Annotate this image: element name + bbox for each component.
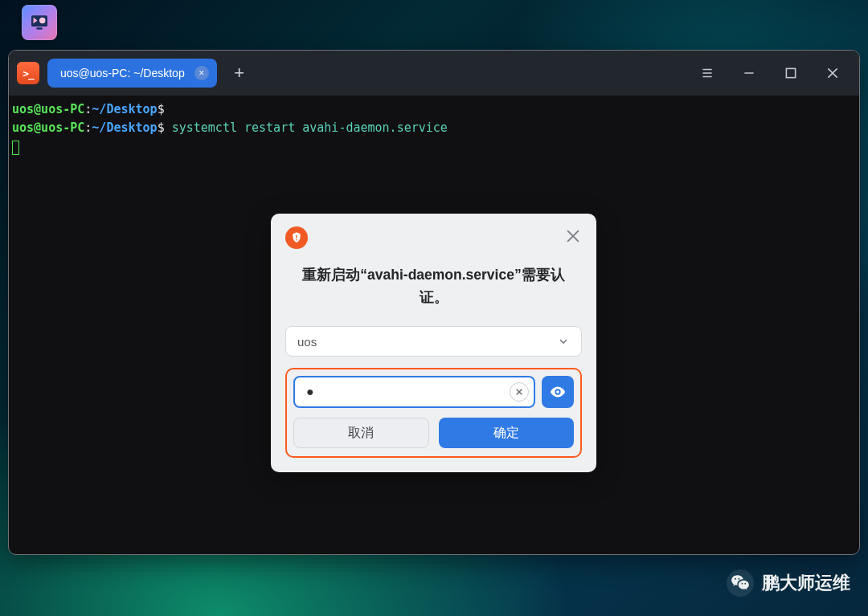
terminal-app-icon (17, 62, 39, 84)
user-select-value: uos (297, 335, 317, 349)
prompt-path: ~/Desktop (92, 102, 157, 116)
new-tab-button[interactable]: + (225, 61, 254, 85)
maximize-icon (784, 66, 798, 80)
password-field[interactable]: ● (293, 376, 535, 408)
terminal-body[interactable]: uos@uos-PC:~/Desktop$ uos@uos-PC:~/Deskt… (9, 96, 859, 160)
svg-point-1 (39, 18, 46, 24)
chevron-down-icon (557, 335, 570, 348)
ok-button[interactable]: 确定 (439, 418, 575, 448)
prompt-symbol: $ (158, 102, 165, 116)
prompt-user: uos@uos-PC (12, 102, 84, 116)
svg-rect-3 (786, 68, 795, 77)
desktop-launcher-icon[interactable] (22, 5, 57, 40)
minimize-icon (742, 66, 756, 80)
password-mask: ● (306, 385, 510, 399)
watermark-text: 鹏大师运维 (762, 571, 850, 595)
maximize-button[interactable] (784, 66, 798, 80)
auth-dialog: 重新启动“avahi-daemon.service”需要认证。 uos ● 取消… (271, 214, 596, 472)
window-close-button[interactable] (825, 66, 840, 80)
eye-icon (549, 383, 567, 401)
tab-title: uos@uos-PC: ~/Desktop (60, 67, 185, 80)
toggle-password-visibility-button[interactable] (542, 376, 574, 408)
close-icon (825, 66, 840, 80)
dialog-close-button[interactable] (564, 227, 582, 248)
tab-close-button[interactable]: × (194, 66, 209, 80)
prompt-separator: : (84, 102, 92, 116)
minimize-button[interactable] (742, 66, 756, 80)
clear-password-button[interactable] (510, 382, 529, 402)
wechat-icon (727, 569, 754, 597)
cancel-button[interactable]: 取消 (293, 418, 429, 448)
watermark: 鹏大师运维 (727, 569, 850, 597)
prompt-user: uos@uos-PC (12, 120, 84, 135)
auth-message: 重新启动“avahi-daemon.service”需要认证。 (289, 263, 579, 308)
close-icon (564, 227, 582, 245)
svg-rect-2 (36, 27, 43, 30)
terminal-tab[interactable]: uos@uos-PC: ~/Desktop × (47, 59, 217, 88)
x-icon (515, 388, 523, 396)
user-select[interactable]: uos (285, 326, 582, 357)
prompt-separator: : (84, 120, 92, 135)
monitor-icon (27, 10, 51, 35)
svg-rect-4 (296, 235, 297, 239)
svg-point-5 (296, 239, 297, 241)
hamburger-menu-button[interactable] (700, 66, 714, 80)
prompt-symbol: $ (158, 120, 165, 135)
hamburger-icon (700, 66, 714, 80)
terminal-command: systemctl restart avahi-daemon.service (172, 120, 448, 135)
titlebar: uos@uos-PC: ~/Desktop × + (9, 51, 859, 96)
svg-point-6 (556, 390, 559, 394)
credential-highlight: ● 取消 确定 (285, 368, 582, 458)
terminal-cursor (12, 141, 19, 155)
prompt-path: ~/Desktop (92, 120, 157, 135)
shield-alert-icon (285, 226, 308, 249)
